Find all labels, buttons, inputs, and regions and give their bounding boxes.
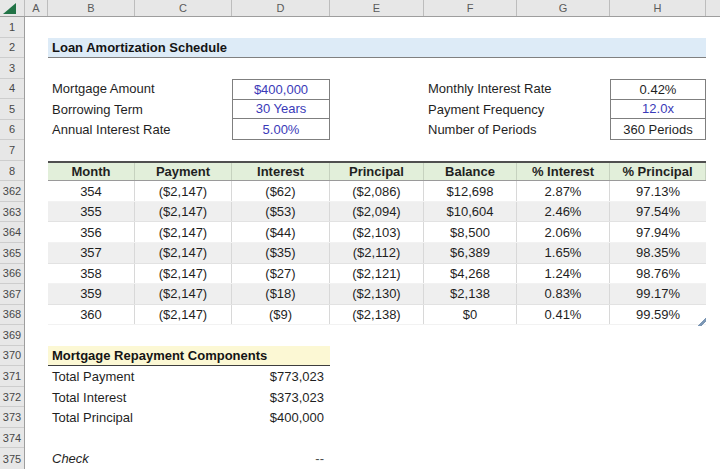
row-header-362[interactable]: 362 [0,181,24,202]
cell-month-358-interest[interactable]: ($27) [232,264,330,284]
cell-month-358-balance[interactable]: $4,268 [424,264,517,284]
cell-month-355-principal[interactable]: 97.54% [610,202,706,222]
cell-month-357-principal[interactable]: 98.35% [610,243,706,263]
row-header-6[interactable]: 6 [0,120,24,141]
label-annual-interest-rate[interactable]: Annual Interest Rate [48,120,232,141]
cell-number-of-periods-value[interactable]: 360 Periods [611,119,705,139]
cell-annual-interest-rate-value[interactable]: 5.00% [233,119,329,139]
table-header-interest[interactable]: Interest [232,163,330,181]
cell-month-355-interest[interactable]: 2.46% [517,202,610,222]
cell-month-356-principal[interactable]: 97.94% [610,222,706,242]
cell-month-355-interest[interactable]: ($53) [232,202,330,222]
column-header-F[interactable]: F [424,0,517,16]
table-resize-handle[interactable] [698,318,706,326]
cell-month-360-month[interactable]: 360 [48,305,135,325]
row-header-8[interactable]: 8 [0,161,24,182]
cell-month-354-interest[interactable]: 2.87% [517,181,610,201]
cell-month-360-balance[interactable]: $0 [424,305,517,325]
row-header-375[interactable]: 375 [0,448,24,469]
row-header-2[interactable]: 2 [0,38,24,59]
cell-month-359-principal[interactable]: ($2,130) [330,284,424,304]
row-header-373[interactable]: 373 [0,407,24,428]
row-header-4[interactable]: 4 [0,79,24,100]
row-header-366[interactable]: 366 [0,264,24,285]
cell-month-359-payment[interactable]: ($2,147) [135,284,232,304]
cell-check-value[interactable]: -- [232,448,330,469]
cell-month-354-principal[interactable]: ($2,086) [330,181,424,201]
row-header-371[interactable]: 371 [0,366,24,387]
row-header-365[interactable]: 365 [0,243,24,264]
label-mortgage-amount[interactable]: Mortgage Amount [48,79,232,100]
row-header-5[interactable]: 5 [0,99,24,120]
column-header-D[interactable]: D [232,0,330,16]
column-header-C[interactable]: C [135,0,232,16]
cell-month-355-month[interactable]: 355 [48,202,135,222]
cell-month-357-principal[interactable]: ($2,112) [330,243,424,263]
cell-payment-frequency-value[interactable]: 12.0x [611,100,705,120]
column-header-G[interactable]: G [517,0,610,16]
row-header-1[interactable]: 1 [0,17,24,38]
cell-month-355-payment[interactable]: ($2,147) [135,202,232,222]
cell-month-360-principal[interactable]: ($2,138) [330,305,424,325]
table-header-balance[interactable]: Balance [424,163,517,181]
label-total-interest[interactable]: Total Interest [48,387,232,408]
cell-month-356-interest[interactable]: 2.06% [517,222,610,242]
cell-month-356-interest[interactable]: ($44) [232,222,330,242]
row-header-367[interactable]: 367 [0,284,24,305]
cell-monthly-interest-rate-value[interactable]: 0.42% [611,80,705,100]
table-header-principal[interactable]: % Principal [610,163,706,181]
label-monthly-interest-rate[interactable]: Monthly Interest Rate [424,79,610,100]
cell-month-360-payment[interactable]: ($2,147) [135,305,232,325]
cell-month-359-interest[interactable]: ($18) [232,284,330,304]
column-header-E[interactable]: E [330,0,424,16]
cell-month-358-principal[interactable]: 98.76% [610,264,706,284]
cell-month-356-payment[interactable]: ($2,147) [135,222,232,242]
components-section-header[interactable]: Mortgage Repayment Components [48,346,330,367]
cell-total-payment-value[interactable]: $773,023 [232,366,330,387]
cell-total-principal-value[interactable]: $400,000 [232,407,330,428]
cell-month-358-interest[interactable]: 1.24% [517,264,610,284]
cell-month-357-month[interactable]: 357 [48,243,135,263]
cell-month-357-interest[interactable]: ($35) [232,243,330,263]
label-borrowing-term[interactable]: Borrowing Term [48,99,232,120]
table-header-interest[interactable]: % Interest [517,163,610,181]
row-header-7[interactable]: 7 [0,140,24,161]
sheet-title-cell[interactable]: Loan Amortization Schedule [48,38,706,59]
cell-month-358-payment[interactable]: ($2,147) [135,264,232,284]
cell-month-354-payment[interactable]: ($2,147) [135,181,232,201]
cell-month-354-balance[interactable]: $12,698 [424,181,517,201]
table-header-payment[interactable]: Payment [135,163,232,181]
cell-month-360-principal[interactable]: 99.59% [610,305,706,325]
row-header-372[interactable]: 372 [0,387,24,408]
cell-month-354-interest[interactable]: ($62) [232,181,330,201]
column-header-H[interactable]: H [610,0,706,16]
cell-month-356-month[interactable]: 356 [48,222,135,242]
label-payment-frequency[interactable]: Payment Frequency [424,99,610,120]
cell-month-357-payment[interactable]: ($2,147) [135,243,232,263]
cell-month-359-principal[interactable]: 99.17% [610,284,706,304]
cell-mortgage-amount-value[interactable]: $400,000 [233,80,329,100]
table-header-principal[interactable]: Principal [330,163,424,181]
label-total-principal[interactable]: Total Principal [48,407,232,428]
cell-month-359-month[interactable]: 359 [48,284,135,304]
column-header-A[interactable]: A [25,0,48,16]
row-header-374[interactable]: 374 [0,428,24,449]
cell-month-357-interest[interactable]: 1.65% [517,243,610,263]
row-header-369[interactable]: 369 [0,325,24,346]
column-header-B[interactable]: B [48,0,135,16]
cell-month-358-principal[interactable]: ($2,121) [330,264,424,284]
cell-month-354-principal[interactable]: 97.13% [610,181,706,201]
row-header-368[interactable]: 368 [0,305,24,326]
label-number-of-periods[interactable]: Number of Periods [424,120,610,141]
table-header-month[interactable]: Month [48,163,135,181]
cell-month-355-principal[interactable]: ($2,094) [330,202,424,222]
cell-month-360-interest[interactable]: ($9) [232,305,330,325]
row-header-364[interactable]: 364 [0,222,24,243]
label-check[interactable]: Check [48,448,232,469]
select-all-corner[interactable] [0,0,25,16]
row-header-370[interactable]: 370 [0,346,24,367]
cell-month-360-interest[interactable]: 0.41% [517,305,610,325]
cell-borrowing-term-value[interactable]: 30 Years [233,100,329,120]
cell-month-355-balance[interactable]: $10,604 [424,202,517,222]
cell-month-359-interest[interactable]: 0.83% [517,284,610,304]
